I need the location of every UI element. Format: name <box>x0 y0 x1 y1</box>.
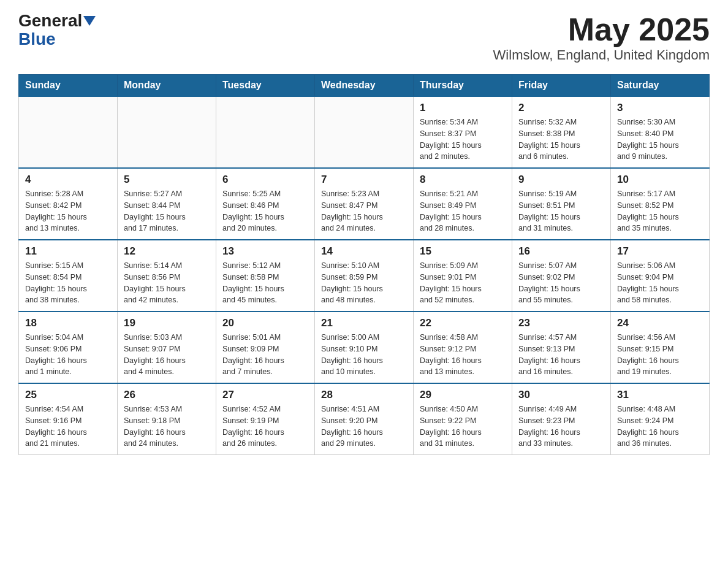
logo-blue: Blue <box>18 29 56 49</box>
day-number: 24 <box>617 317 703 329</box>
day-number: 19 <box>124 317 210 329</box>
day-info: Sunrise: 4:50 AM Sunset: 9:22 PM Dayligh… <box>420 404 506 450</box>
week-row-2: 4Sunrise: 5:28 AM Sunset: 8:42 PM Daylig… <box>19 168 710 240</box>
calendar-cell-10: 10Sunrise: 5:17 AM Sunset: 8:52 PM Dayli… <box>611 168 710 240</box>
day-info: Sunrise: 4:53 AM Sunset: 9:18 PM Dayligh… <box>124 404 210 450</box>
week-row-5: 25Sunrise: 4:54 AM Sunset: 9:16 PM Dayli… <box>19 383 710 455</box>
day-info: Sunrise: 5:00 AM Sunset: 9:10 PM Dayligh… <box>321 332 407 378</box>
calendar-cell-31: 31Sunrise: 4:48 AM Sunset: 9:24 PM Dayli… <box>611 383 710 455</box>
title-block: May 2025 Wilmslow, England, United Kingd… <box>493 12 710 63</box>
day-number: 14 <box>321 245 407 258</box>
calendar-cell-7: 7Sunrise: 5:23 AM Sunset: 8:47 PM Daylig… <box>315 168 414 240</box>
day-number: 10 <box>617 174 703 186</box>
day-number: 15 <box>420 245 506 258</box>
day-number: 31 <box>617 389 703 401</box>
day-info: Sunrise: 5:06 AM Sunset: 9:04 PM Dayligh… <box>617 260 703 306</box>
day-info: Sunrise: 5:21 AM Sunset: 8:49 PM Dayligh… <box>420 188 506 234</box>
day-info: Sunrise: 4:57 AM Sunset: 9:13 PM Dayligh… <box>518 332 604 378</box>
day-number: 27 <box>222 389 308 401</box>
day-info: Sunrise: 4:51 AM Sunset: 9:20 PM Dayligh… <box>321 404 407 450</box>
day-number: 5 <box>124 174 210 186</box>
calendar-header-saturday: Saturday <box>611 75 710 97</box>
calendar-cell-19: 19Sunrise: 5:03 AM Sunset: 9:07 PM Dayli… <box>118 312 216 383</box>
day-info: Sunrise: 5:32 AM Sunset: 8:38 PM Dayligh… <box>518 117 604 163</box>
logo: General Blue <box>18 12 96 49</box>
calendar-cell-13: 13Sunrise: 5:12 AM Sunset: 8:58 PM Dayli… <box>216 240 315 312</box>
day-number: 25 <box>25 389 111 401</box>
day-info: Sunrise: 4:49 AM Sunset: 9:23 PM Dayligh… <box>518 404 604 450</box>
week-row-4: 18Sunrise: 5:04 AM Sunset: 9:06 PM Dayli… <box>19 312 710 383</box>
day-info: Sunrise: 5:04 AM Sunset: 9:06 PM Dayligh… <box>25 332 111 378</box>
logo-triangle-icon <box>83 16 96 26</box>
calendar-cell-2: 2Sunrise: 5:32 AM Sunset: 8:38 PM Daylig… <box>512 96 611 168</box>
day-number: 20 <box>222 317 308 329</box>
month-title: May 2025 <box>493 12 710 47</box>
calendar-header-tuesday: Tuesday <box>216 75 315 97</box>
day-info: Sunrise: 5:17 AM Sunset: 8:52 PM Dayligh… <box>617 188 703 234</box>
calendar-cell-21: 21Sunrise: 5:00 AM Sunset: 9:10 PM Dayli… <box>315 312 414 383</box>
calendar-cell-22: 22Sunrise: 4:58 AM Sunset: 9:12 PM Dayli… <box>414 312 512 383</box>
calendar-cell-24: 24Sunrise: 4:56 AM Sunset: 9:15 PM Dayli… <box>611 312 710 383</box>
calendar-cell-28: 28Sunrise: 4:51 AM Sunset: 9:20 PM Dayli… <box>315 383 414 455</box>
day-number: 1 <box>420 102 506 114</box>
calendar-header-sunday: Sunday <box>19 75 118 97</box>
day-number: 16 <box>518 245 604 258</box>
day-number: 26 <box>124 389 210 401</box>
calendar-cell-empty <box>216 96 315 168</box>
day-number: 18 <box>25 317 111 329</box>
day-number: 12 <box>124 245 210 258</box>
calendar-header-monday: Monday <box>118 75 216 97</box>
calendar-cell-25: 25Sunrise: 4:54 AM Sunset: 9:16 PM Dayli… <box>19 383 118 455</box>
calendar-cell-16: 16Sunrise: 5:07 AM Sunset: 9:02 PM Dayli… <box>512 240 611 312</box>
calendar-cell-9: 9Sunrise: 5:19 AM Sunset: 8:51 PM Daylig… <box>512 168 611 240</box>
day-info: Sunrise: 5:34 AM Sunset: 8:37 PM Dayligh… <box>420 117 506 163</box>
calendar-cell-5: 5Sunrise: 5:27 AM Sunset: 8:44 PM Daylig… <box>118 168 216 240</box>
day-number: 9 <box>518 174 604 186</box>
day-number: 17 <box>617 245 703 258</box>
day-number: 2 <box>518 102 604 114</box>
day-number: 3 <box>617 102 703 114</box>
day-info: Sunrise: 5:12 AM Sunset: 8:58 PM Dayligh… <box>222 260 308 306</box>
day-number: 7 <box>321 174 407 186</box>
page-header: General Blue May 2025 Wilmslow, England,… <box>18 12 710 63</box>
day-info: Sunrise: 4:58 AM Sunset: 9:12 PM Dayligh… <box>420 332 506 378</box>
day-info: Sunrise: 5:10 AM Sunset: 8:59 PM Dayligh… <box>321 260 407 306</box>
day-info: Sunrise: 5:14 AM Sunset: 8:56 PM Dayligh… <box>124 260 210 306</box>
week-row-3: 11Sunrise: 5:15 AM Sunset: 8:54 PM Dayli… <box>19 240 710 312</box>
location-title: Wilmslow, England, United Kingdom <box>493 47 710 63</box>
calendar-cell-3: 3Sunrise: 5:30 AM Sunset: 8:40 PM Daylig… <box>611 96 710 168</box>
calendar-cell-23: 23Sunrise: 4:57 AM Sunset: 9:13 PM Dayli… <box>512 312 611 383</box>
day-info: Sunrise: 5:19 AM Sunset: 8:51 PM Dayligh… <box>518 188 604 234</box>
calendar-cell-29: 29Sunrise: 4:50 AM Sunset: 9:22 PM Dayli… <box>414 383 512 455</box>
calendar-cell-empty <box>315 96 414 168</box>
calendar-cell-8: 8Sunrise: 5:21 AM Sunset: 8:49 PM Daylig… <box>414 168 512 240</box>
calendar-cell-1: 1Sunrise: 5:34 AM Sunset: 8:37 PM Daylig… <box>414 96 512 168</box>
day-info: Sunrise: 4:54 AM Sunset: 9:16 PM Dayligh… <box>25 404 111 450</box>
calendar-cell-30: 30Sunrise: 4:49 AM Sunset: 9:23 PM Dayli… <box>512 383 611 455</box>
calendar-cell-6: 6Sunrise: 5:25 AM Sunset: 8:46 PM Daylig… <box>216 168 315 240</box>
calendar-table: SundayMondayTuesdayWednesdayThursdayFrid… <box>18 74 710 455</box>
day-number: 28 <box>321 389 407 401</box>
calendar-cell-empty <box>19 96 118 168</box>
day-info: Sunrise: 5:30 AM Sunset: 8:40 PM Dayligh… <box>617 117 703 163</box>
day-number: 8 <box>420 174 506 186</box>
day-info: Sunrise: 4:48 AM Sunset: 9:24 PM Dayligh… <box>617 404 703 450</box>
week-row-1: 1Sunrise: 5:34 AM Sunset: 8:37 PM Daylig… <box>19 96 710 168</box>
calendar-cell-14: 14Sunrise: 5:10 AM Sunset: 8:59 PM Dayli… <box>315 240 414 312</box>
calendar-cell-20: 20Sunrise: 5:01 AM Sunset: 9:09 PM Dayli… <box>216 312 315 383</box>
day-info: Sunrise: 5:27 AM Sunset: 8:44 PM Dayligh… <box>124 188 210 234</box>
day-number: 21 <box>321 317 407 329</box>
calendar-cell-empty <box>118 96 216 168</box>
logo-general: General <box>18 12 82 29</box>
day-info: Sunrise: 5:07 AM Sunset: 9:02 PM Dayligh… <box>518 260 604 306</box>
day-number: 29 <box>420 389 506 401</box>
calendar-cell-4: 4Sunrise: 5:28 AM Sunset: 8:42 PM Daylig… <box>19 168 118 240</box>
calendar-cell-11: 11Sunrise: 5:15 AM Sunset: 8:54 PM Dayli… <box>19 240 118 312</box>
calendar-header-wednesday: Wednesday <box>315 75 414 97</box>
calendar-cell-26: 26Sunrise: 4:53 AM Sunset: 9:18 PM Dayli… <box>118 383 216 455</box>
day-info: Sunrise: 5:23 AM Sunset: 8:47 PM Dayligh… <box>321 188 407 234</box>
day-info: Sunrise: 5:09 AM Sunset: 9:01 PM Dayligh… <box>420 260 506 306</box>
day-info: Sunrise: 4:52 AM Sunset: 9:19 PM Dayligh… <box>222 404 308 450</box>
day-number: 4 <box>25 174 111 186</box>
calendar-cell-12: 12Sunrise: 5:14 AM Sunset: 8:56 PM Dayli… <box>118 240 216 312</box>
